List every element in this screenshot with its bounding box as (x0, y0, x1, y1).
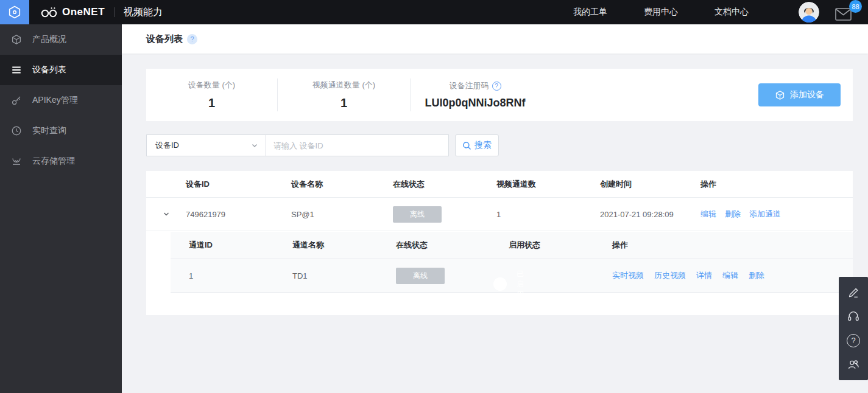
app-root: OneNET 视频能力 我的工单 费用中心 文档中心 (0, 0, 868, 393)
column-header: 操作 (612, 240, 853, 251)
stats-card: 设备数量 (个) 1 视频通道数量 (个) 1 设备注册码 ? LUl0p0qN… (146, 69, 853, 121)
help-question-icon[interactable]: ? (845, 333, 861, 349)
sidebar-item-apikey[interactable]: APIKey管理 (0, 85, 122, 116)
cube-icon (775, 90, 785, 100)
feedback-pencil-icon[interactable] (845, 285, 861, 301)
filter-select-value: 设备ID (155, 140, 179, 151)
community-people-icon[interactable] (845, 356, 861, 372)
sidebar-item-label: APIKey管理 (32, 95, 78, 106)
clock-icon (11, 125, 22, 136)
key-icon (11, 95, 22, 106)
column-header: 设备名称 (291, 179, 393, 190)
nav-billing-center[interactable]: 费用中心 (644, 7, 678, 18)
delete-device-link[interactable]: 删除 (725, 209, 741, 220)
history-video-link[interactable]: 历史视频 (654, 270, 686, 281)
page-header: 设备列表 ? (122, 24, 868, 54)
column-header: 在线状态 (393, 179, 496, 190)
sidebar-item-cloud-storage[interactable]: 云存储管理 (0, 146, 122, 176)
stat-channel-count: 视频通道数量 (个) 1 (278, 80, 410, 110)
device-table: 设备ID 设备名称 在线状态 视频通道数 创建时间 操作 749621979 S… (146, 171, 853, 315)
hexagon-logo-icon (7, 5, 22, 19)
channel-table-row: 1 TD1 离线 已启用 实时视频 历史视频 详情 编辑 删除 (171, 259, 853, 293)
user-avatar[interactable] (799, 2, 819, 23)
column-header: 设备ID (186, 179, 291, 190)
brand-name: OneNET (62, 6, 105, 18)
chevron-down-icon (251, 142, 258, 149)
column-header: 在线状态 (396, 240, 509, 251)
column-header: 操作 (700, 179, 853, 190)
sidebar-item-label: 实时查询 (32, 125, 66, 136)
unread-count-badge: 88 (849, 0, 862, 13)
magnifier-icon (462, 141, 471, 150)
top-nav: 我的工单 费用中心 文档中心 (573, 7, 785, 18)
question-circle-icon[interactable]: ? (492, 82, 501, 91)
column-header: 视频通道数 (496, 179, 600, 190)
channel-table-header: 通道ID 通道名称 在线状态 启用状态 操作 (171, 232, 853, 259)
edit-channel-link[interactable]: 编辑 (722, 270, 738, 281)
stat-value: 1 (340, 96, 347, 110)
status-badge: 离线 (396, 268, 445, 284)
device-table-header: 设备ID 设备名称 在线状态 视频通道数 创建时间 操作 (146, 171, 853, 198)
question-circle-icon[interactable]: ? (187, 34, 197, 44)
stat-value: 1 (208, 96, 215, 110)
search-input[interactable] (266, 134, 449, 156)
channel-table: 通道ID 通道名称 在线状态 启用状态 操作 1 TD1 离线 已启用 实时视频 (171, 232, 853, 293)
stat-label: 设备数量 (个) (188, 80, 235, 91)
delete-channel-link[interactable]: 删除 (749, 270, 764, 281)
sidebar-item-product-overview[interactable]: 产品概况 (0, 24, 122, 55)
device-table-row: 749621979 SP@1 离线 1 2021-07-21 09:28:09 … (146, 198, 853, 231)
platform-home-button[interactable] (0, 0, 29, 24)
column-header: 启用状态 (509, 240, 612, 251)
row-actions: 编辑 删除 添加通道 (700, 209, 853, 220)
add-device-button[interactable]: 添加设备 (758, 83, 841, 106)
created-time-cell: 2021-07-21 09:28:09 (600, 210, 700, 219)
cloud-storage-icon (11, 156, 22, 167)
messages-button[interactable]: 88 (835, 2, 859, 23)
add-device-label: 添加设备 (790, 89, 824, 100)
brand-divider (115, 7, 115, 17)
edit-device-link[interactable]: 编辑 (700, 209, 716, 220)
stat-label: 设备注册码 ? (450, 80, 501, 91)
top-header: OneNET 视频能力 我的工单 费用中心 文档中心 (0, 0, 868, 24)
list-icon (11, 64, 22, 75)
column-header: 通道ID (189, 240, 292, 251)
nav-my-tickets[interactable]: 我的工单 (573, 7, 607, 18)
registration-code-value: LUl0p0qNNiJo8RNf (425, 97, 525, 110)
stat-registration-code: 设备注册码 ? LUl0p0qNNiJo8RNf (411, 80, 540, 110)
onenet-logo[interactable]: OneNET (40, 6, 105, 18)
search-button-label: 搜索 (475, 140, 492, 151)
sidebar-item-label: 云存储管理 (32, 156, 75, 167)
sidebar-item-label: 设备列表 (32, 64, 66, 75)
search-button[interactable]: 搜索 (455, 134, 499, 156)
reg-code-label: 设备注册码 (450, 80, 489, 91)
toggle-knob (493, 277, 507, 291)
support-headset-icon[interactable] (845, 308, 861, 324)
column-header: 创建时间 (600, 179, 700, 190)
add-channel-link[interactable]: 添加通道 (749, 209, 781, 220)
page-title: 设备列表 (146, 33, 183, 45)
row-actions: 实时视频 历史视频 详情 编辑 删除 (612, 270, 853, 281)
onenet-logo-icon (40, 6, 58, 18)
sidebar-item-label: 产品概况 (32, 34, 66, 45)
status-badge: 离线 (393, 206, 442, 223)
floating-toolbar: ? (839, 277, 868, 380)
detail-link[interactable]: 详情 (696, 270, 712, 281)
stat-device-count: 设备数量 (个) 1 (146, 80, 277, 110)
device-filter-select[interactable]: 设备ID (146, 134, 266, 156)
cube-icon (11, 34, 22, 45)
device-id-cell: 749621979 (186, 210, 291, 219)
toggle-label: 已启用 (517, 276, 524, 293)
sidebar: 产品概况 设备列表 APIKey管理 (0, 24, 122, 393)
column-header: 通道名称 (292, 240, 396, 251)
channel-name-cell: TD1 (292, 271, 396, 280)
sidebar-item-device-list[interactable]: 设备列表 (0, 55, 122, 85)
nav-docs-center[interactable]: 文档中心 (715, 7, 749, 18)
stat-label: 视频通道数量 (个) (312, 80, 375, 91)
sidebar-item-realtime-query[interactable]: 实时查询 (0, 116, 122, 146)
channel-id-cell: 1 (189, 271, 292, 280)
collapse-row-chevron[interactable] (146, 210, 186, 218)
device-name-cell: SP@1 (291, 210, 393, 219)
product-name: 视频能力 (124, 6, 163, 19)
channel-count-cell: 1 (496, 210, 600, 219)
live-video-link[interactable]: 实时视频 (612, 270, 644, 281)
